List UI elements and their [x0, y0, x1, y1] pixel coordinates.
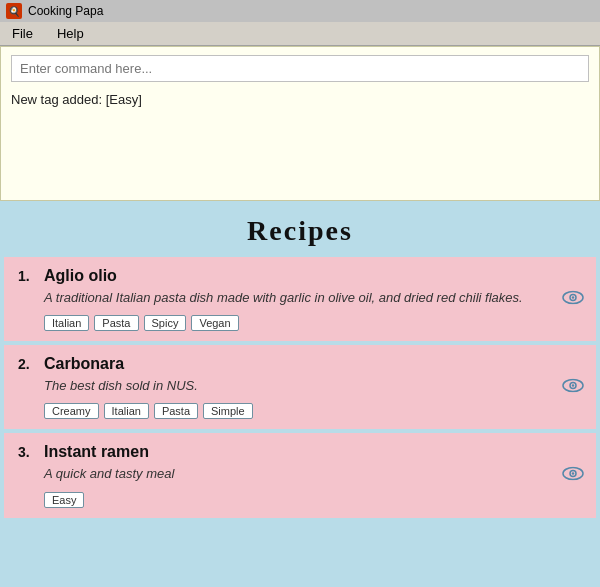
recipe-description: A traditional Italian pasta dish made wi…: [44, 289, 552, 307]
recipe-title-text: Aglio olio: [44, 267, 117, 285]
tag-item[interactable]: Spicy: [144, 315, 187, 331]
command-area: New tag added: [Easy]: [0, 46, 600, 201]
recipe-title-text: Instant ramen: [44, 443, 149, 461]
recipe-title-row: 3.Instant ramen: [18, 443, 552, 461]
tag-item[interactable]: Italian: [44, 315, 89, 331]
svg-point-2: [572, 296, 574, 298]
tag-item[interactable]: Italian: [104, 403, 149, 419]
view-recipe-icon[interactable]: [562, 377, 584, 398]
recipes-title: Recipes: [0, 201, 600, 257]
view-recipe-icon[interactable]: [562, 289, 584, 310]
recipe-number: 2.: [18, 356, 36, 372]
command-input[interactable]: [11, 55, 589, 82]
recipe-card: 2.CarbonaraThe best dish sold in NUS.Cre…: [4, 345, 596, 429]
app-icon: 🍳: [6, 3, 22, 19]
recipe-tags: ItalianPastaSpicyVegan: [44, 315, 552, 331]
tag-item[interactable]: Creamy: [44, 403, 99, 419]
svg-point-8: [572, 473, 574, 475]
recipe-title-text: Carbonara: [44, 355, 124, 373]
menu-bar: File Help: [0, 22, 600, 46]
tag-item[interactable]: Pasta: [94, 315, 138, 331]
recipes-section: Recipes 1.Aglio olioA traditional Italia…: [0, 201, 600, 587]
view-recipe-icon[interactable]: [562, 465, 584, 486]
tag-item[interactable]: Easy: [44, 492, 84, 508]
recipe-tags: Easy: [44, 492, 552, 508]
recipe-number: 1.: [18, 268, 36, 284]
menu-file[interactable]: File: [8, 24, 37, 43]
tag-item[interactable]: Simple: [203, 403, 253, 419]
recipes-list: 1.Aglio olioA traditional Italian pasta …: [0, 257, 600, 518]
recipe-title-row: 1.Aglio olio: [18, 267, 552, 285]
title-bar: 🍳 Cooking Papa: [0, 0, 600, 22]
recipe-card: 1.Aglio olioA traditional Italian pasta …: [4, 257, 596, 341]
recipe-description: A quick and tasty meal: [44, 465, 552, 483]
tag-item[interactable]: Vegan: [191, 315, 238, 331]
tag-item[interactable]: Pasta: [154, 403, 198, 419]
recipe-number: 3.: [18, 444, 36, 460]
menu-help[interactable]: Help: [53, 24, 88, 43]
recipe-description: The best dish sold in NUS.: [44, 377, 552, 395]
title-text: Cooking Papa: [28, 4, 103, 18]
recipe-card: 3.Instant ramenA quick and tasty mealEas…: [4, 433, 596, 517]
recipe-title-row: 2.Carbonara: [18, 355, 552, 373]
recipe-tags: CreamyItalianPastaSimple: [44, 403, 552, 419]
svg-point-5: [572, 385, 574, 387]
command-output: New tag added: [Easy]: [11, 92, 589, 107]
